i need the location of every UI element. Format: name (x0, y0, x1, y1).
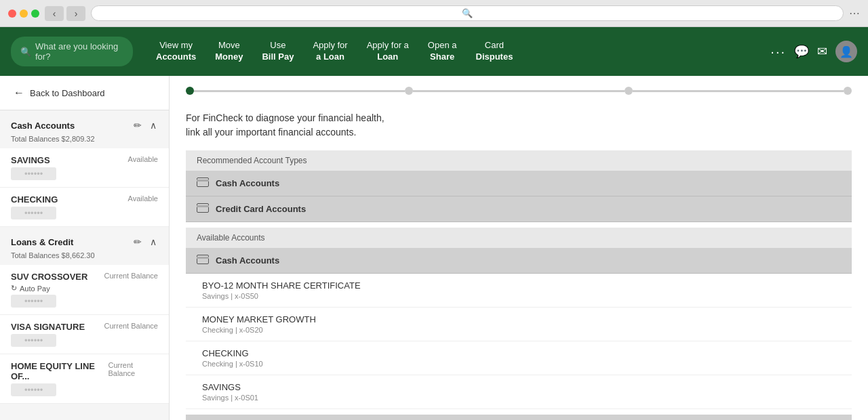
traffic-lights (8, 9, 39, 18)
account-sub-savings: Savings | x-0S01 (202, 394, 835, 402)
nav-apply-for-loan[interactable]: Apply for a Loan (357, 35, 418, 68)
fincheck-intro-line1: For FinCheck to diagnose your financial … (186, 111, 852, 125)
nav-move-money[interactable]: Move Money (205, 35, 252, 68)
user-avatar[interactable]: 👤 (835, 41, 857, 62)
sidebar-visa-item[interactable]: VISA SIGNATURE Current Balance •••••• (0, 315, 169, 354)
suv-balance: •••••• (11, 295, 56, 308)
fincheck-content: For FinCheck to diagnose your financial … (170, 100, 868, 420)
available-cash-accounts-row[interactable]: Cash Accounts (186, 248, 852, 274)
browser-action-icon: ⋯ (849, 7, 860, 20)
suv-label: Current Balance (104, 272, 159, 280)
loans-credit-total: Total Balances $8,662.30 (0, 251, 169, 265)
fincheck-intro-line2: link all your important financial accoun… (186, 125, 852, 140)
nav-bill-pay-bottom: Bill Pay (262, 51, 294, 63)
more-options-icon[interactable]: ··· (770, 44, 786, 60)
nav-apply-for-loan-bottom: Loan (367, 51, 409, 63)
nav-bill-pay-top: Use (262, 40, 294, 51)
nav-move-money-top: Move (215, 40, 243, 51)
available-cash-icon (197, 255, 209, 266)
account-name-byo: BYO-12 MONTH SHARE CERTIFICATE (202, 280, 835, 291)
nav-view-accounts-bottom: Accounts (156, 51, 196, 63)
loans-credit-collapse-button[interactable]: ∧ (149, 235, 158, 249)
svg-rect-1 (197, 180, 209, 182)
available-credit-accounts-row[interactable]: Credit Card Accounts (186, 415, 852, 420)
minimize-button[interactable] (20, 9, 28, 18)
cash-accounts-edit-button[interactable]: ✏ (132, 119, 143, 132)
heloc-row: HOME EQUITY LINE OF... Current Balance (11, 361, 158, 381)
sidebar-suv-item[interactable]: SUV CROSSOVER Current Balance ↻ Auto Pay… (0, 265, 169, 315)
search-box[interactable]: 🔍 What are you looking for? (11, 37, 133, 66)
list-item[interactable]: BYO-12 MONTH SHARE CERTIFICATE Savings |… (186, 274, 852, 308)
list-item[interactable]: CHECKING Checking | x-0S10 (186, 341, 852, 375)
nav-card-disputes[interactable]: Card Disputes (467, 35, 523, 68)
back-to-dashboard-button[interactable]: ← Back to Dashboard (0, 76, 169, 110)
nav-open-share-top: Open a (428, 40, 457, 51)
nav-bill-pay[interactable]: Use Bill Pay (252, 35, 303, 68)
heloc-balance: •••••• (11, 383, 56, 396)
loans-credit-actions: ✏ ∧ (132, 235, 158, 249)
back-arrow-icon: ← (14, 87, 24, 99)
nav-card-disputes-top: Card (476, 40, 513, 51)
account-name-savings: SAVINGS (202, 382, 835, 392)
progress-line-3 (633, 90, 844, 92)
cash-accounts-total: Total Balances $2,809.32 (0, 135, 169, 148)
maximize-button[interactable] (31, 9, 39, 18)
nav-open-share[interactable]: Open a Share (418, 35, 467, 68)
nav-view-accounts[interactable]: View my Accounts (146, 35, 205, 68)
autopay-label: Auto Pay (20, 285, 50, 293)
loans-credit-header: Loans & Credit ✏ ∧ (0, 227, 169, 251)
browser-back-button[interactable]: ‹ (45, 6, 64, 21)
nav-move-money-bottom: Money (215, 51, 243, 63)
cash-accounts-section: Cash Accounts ✏ ∧ Total Balances $2,809.… (0, 110, 169, 227)
cash-accounts-collapse-button[interactable]: ∧ (149, 119, 158, 132)
nav-items: View my Accounts Move Money Use Bill Pay… (146, 35, 770, 68)
loans-credit-edit-button[interactable]: ✏ (132, 235, 143, 249)
nav-apply-loan-bottom: a Loan (313, 51, 347, 63)
app-container: 🔍 What are you looking for? View my Acco… (0, 27, 868, 420)
recommended-cash-label: Cash Accounts (216, 178, 279, 188)
mail-icon[interactable]: ✉ (817, 44, 827, 59)
nav-card-disputes-bottom: Disputes (476, 51, 513, 63)
address-bar-search-icon: 🔍 (462, 8, 473, 18)
nav-apply-loan[interactable]: Apply for a Loan (303, 35, 357, 68)
browser-nav-buttons: ‹ › (45, 6, 85, 21)
cash-accounts-actions: ✏ ∧ (132, 119, 158, 132)
recommended-cash-accounts-row[interactable]: Cash Accounts (186, 171, 852, 196)
suv-name: SUV CROSSOVER (11, 272, 87, 282)
savings-name: SAVINGS (11, 155, 50, 165)
recommended-credit-accounts-row[interactable]: Credit Card Accounts (186, 196, 852, 222)
list-item[interactable]: SAVINGS Savings | x-0S01 (186, 375, 852, 409)
progress-line-2 (413, 90, 624, 92)
progress-line-1 (194, 90, 405, 92)
available-label: Available Accounts (197, 233, 265, 243)
autopay-icon: ↻ (11, 284, 17, 293)
sidebar-savings-item[interactable]: SAVINGS Available •••••• (0, 148, 169, 188)
progress-step-2 (405, 87, 413, 95)
right-panel: For FinCheck to diagnose your financial … (170, 76, 868, 420)
checking-row: CHECKING Available (11, 194, 158, 205)
chat-icon[interactable]: 💬 (794, 44, 809, 59)
cash-accounts-header: Cash Accounts ✏ ∧ (0, 110, 169, 135)
back-to-dashboard-label: Back to Dashboard (30, 88, 105, 98)
heloc-name: HOME EQUITY LINE OF... (11, 361, 108, 381)
search-icon: 🔍 (20, 47, 31, 57)
account-sub-mmg: Checking | x-0S20 (202, 326, 835, 334)
progress-bar (170, 76, 868, 100)
address-bar[interactable]: 🔍 (91, 5, 844, 21)
svg-rect-5 (197, 257, 209, 259)
sidebar-checking-item[interactable]: CHECKING Available •••••• (0, 188, 169, 227)
svg-rect-4 (197, 255, 209, 264)
main-content: ← Back to Dashboard Cash Accounts ✏ ∧ To… (0, 76, 868, 420)
recommended-label: Recommended Account Types (197, 156, 307, 165)
savings-balance: •••••• (11, 167, 56, 180)
list-item[interactable]: MONEY MARKET GROWTH Checking | x-0S20 (186, 308, 852, 341)
close-button[interactable] (8, 9, 16, 18)
savings-label: Available (128, 155, 158, 163)
browser-forward-button[interactable]: › (66, 6, 85, 21)
svg-rect-2 (197, 204, 209, 213)
heloc-label: Current Balance (108, 361, 158, 377)
nav-view-accounts-top: View my (156, 40, 196, 51)
nav-apply-for-loan-top: Apply for a (367, 40, 409, 51)
account-sub-checking: Checking | x-0S10 (202, 360, 835, 368)
sidebar-heloc-item[interactable]: HOME EQUITY LINE OF... Current Balance •… (0, 354, 169, 404)
